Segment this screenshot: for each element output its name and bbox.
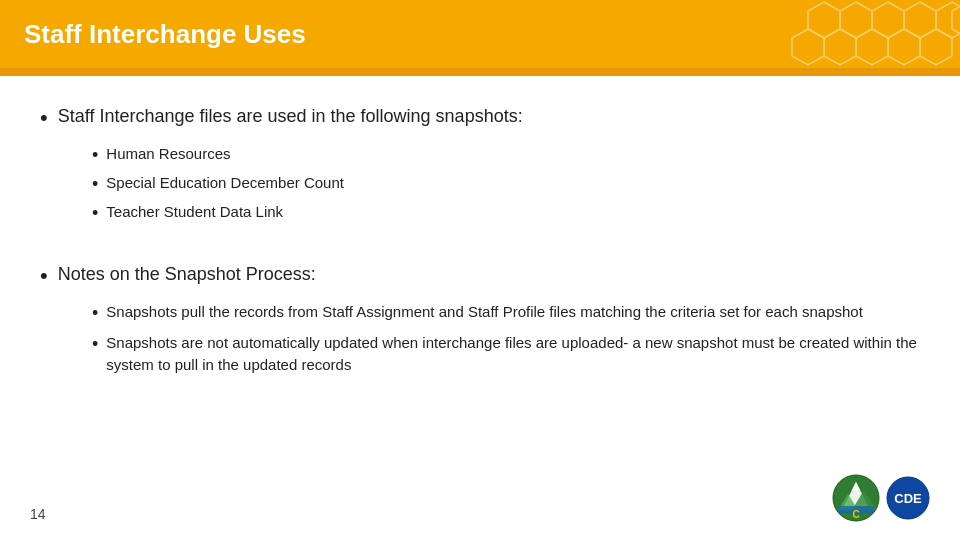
bullet-2: • Notes on the Snapshot Process: <box>40 262 920 291</box>
sub-dot-3: • <box>92 201 98 226</box>
sub-dot-2: • <box>92 172 98 197</box>
sub-dot-1: • <box>92 143 98 168</box>
header: Staff Interchange Uses <box>0 0 960 68</box>
cde-logo: CDE <box>886 476 930 520</box>
bullet-2-text: Notes on the Snapshot Process: <box>58 262 316 287</box>
svg-marker-8 <box>824 29 856 65</box>
bullet-2-dot: • <box>40 262 48 291</box>
logo-area: C CDE <box>832 474 930 522</box>
bullet-1-dot: • <box>40 104 48 133</box>
svg-marker-3 <box>840 2 872 38</box>
sub-bullet-2-2: • Snapshots are not automatically update… <box>92 332 920 377</box>
sub-bullet-2-1: • Snapshots pull the records from Staff … <box>92 301 920 326</box>
svg-text:C: C <box>852 509 859 520</box>
sub-dot-4: • <box>92 301 98 326</box>
sub-dot-5: • <box>92 332 98 357</box>
sub-text-2-2: Snapshots are not automatically updated … <box>106 332 920 377</box>
slide: Staff Interchange Uses <box>0 0 960 540</box>
slide-title: Staff Interchange Uses <box>24 19 306 50</box>
svg-text:CDE: CDE <box>894 491 922 506</box>
svg-marker-9 <box>792 29 824 65</box>
svg-marker-0 <box>904 2 936 38</box>
bullet-1-text: Staff Interchange files are used in the … <box>58 104 523 129</box>
svg-marker-5 <box>920 29 952 65</box>
bullet-2-subitems: • Snapshots pull the records from Staff … <box>92 301 920 377</box>
svg-marker-6 <box>888 29 920 65</box>
colorado-logo: C <box>832 474 880 522</box>
sub-text-1-1: Human Resources <box>106 143 230 166</box>
main-content: • Staff Interchange files are used in th… <box>0 76 960 413</box>
svg-marker-7 <box>856 29 888 65</box>
svg-marker-2 <box>872 2 904 38</box>
page-number: 14 <box>30 506 46 522</box>
footer: 14 C CDE <box>0 474 960 522</box>
accent-bar <box>0 68 960 76</box>
sub-bullet-1-2: • Special Education December Count <box>92 172 920 197</box>
sub-text-1-3: Teacher Student Data Link <box>106 201 283 224</box>
svg-marker-1 <box>936 2 960 38</box>
svg-marker-4 <box>808 2 840 38</box>
sub-text-2-1: Snapshots pull the records from Staff As… <box>106 301 863 324</box>
sub-text-1-2: Special Education December Count <box>106 172 344 195</box>
honeycomb-decoration <box>680 0 960 68</box>
sub-bullet-1-3: • Teacher Student Data Link <box>92 201 920 226</box>
bullet-1-subitems: • Human Resources • Special Education De… <box>92 143 920 227</box>
section-gap <box>40 242 920 262</box>
svg-marker-10 <box>952 2 960 38</box>
sub-bullet-1-1: • Human Resources <box>92 143 920 168</box>
bullet-1: • Staff Interchange files are used in th… <box>40 104 920 133</box>
